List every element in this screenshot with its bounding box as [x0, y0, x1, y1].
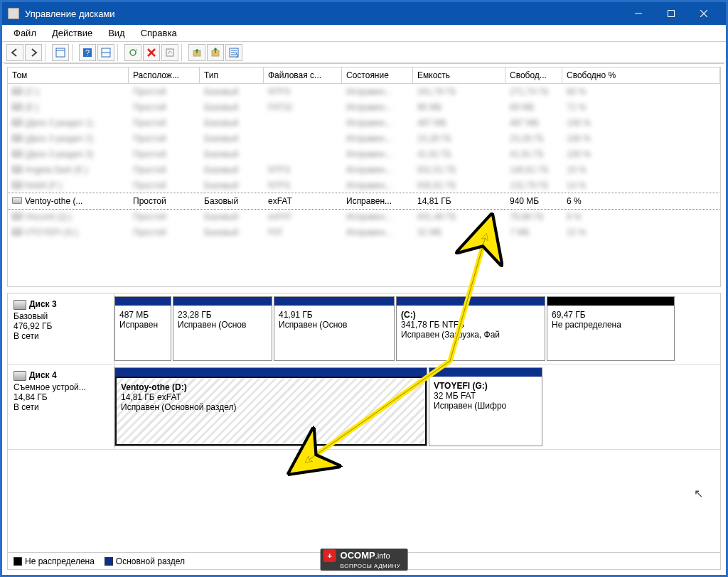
- menu-action[interactable]: Действие: [45, 26, 100, 41]
- col-type[interactable]: Тип: [200, 68, 264, 83]
- volume-icon: [12, 150, 22, 157]
- volume-icon: [12, 103, 22, 110]
- volume-icon: [12, 166, 22, 173]
- volume-row[interactable]: Angela Dark (K:)ПростойБазовыйNTFSИсправ…: [8, 162, 720, 178]
- volume-icon: [12, 212, 22, 220]
- volume-icon: [12, 228, 22, 235]
- toolbar: ?: [2, 42, 726, 63]
- disk-row-4[interactable]: Диск 4 Съемное устрой... 14,84 ГБ В сети…: [8, 365, 720, 450]
- volume-row[interactable]: (Диск 3 раздел 2)ПростойБазовыйИсправен.…: [8, 131, 720, 146]
- properties-button[interactable]: [161, 44, 178, 61]
- legend-swatch-primary: [105, 557, 113, 566]
- col-volume[interactable]: Том: [8, 68, 129, 83]
- volume-icon: [12, 134, 22, 141]
- volume-row[interactable]: (Диск 3 раздел 3)ПростойБазовыйИсправен.…: [8, 146, 720, 162]
- settings-button[interactable]: [97, 44, 114, 61]
- close-button[interactable]: [687, 2, 720, 25]
- col-capacity[interactable]: Емкость: [413, 68, 505, 83]
- col-freepct[interactable]: Свободно %: [562, 68, 720, 83]
- volume-icon: [12, 181, 22, 188]
- legend-primary: Основной раздел: [116, 556, 185, 566]
- svg-rect-1: [668, 11, 675, 17]
- legend-unallocated: Не распределена: [25, 556, 95, 566]
- watermark: + OCOMP.info ВОПРОСЫ АДМИНУ: [321, 549, 408, 571]
- volume-row[interactable]: VTOYEFI (G:)ПростойБазовыйFATИсправен...…: [8, 225, 720, 240]
- refresh-button[interactable]: [124, 44, 141, 61]
- disk-row-3[interactable]: Диск 3 Базовый 476,92 ГБ В сети 487 МБИс…: [8, 293, 720, 365]
- volume-row[interactable]: (C:)ПростойБазовыйNTFSИсправен...341,78 …: [8, 84, 720, 99]
- col-free[interactable]: Свобод...: [505, 68, 562, 83]
- nav-back-button[interactable]: [6, 44, 23, 61]
- help-button[interactable]: ?: [79, 44, 96, 61]
- nav-forward-button[interactable]: [25, 44, 42, 61]
- volume-row[interactable]: Ventoy-othe (...ПростойБазовыйexFATИспра…: [8, 193, 720, 209]
- svg-rect-4: [56, 48, 65, 57]
- partition[interactable]: (C:)341,78 ГБ NTFSИсправен (Загрузка, Фа…: [396, 296, 545, 361]
- partition[interactable]: Ventoy-othe (D:)14,81 ГБ exFATИсправен (…: [114, 367, 427, 446]
- action-2-button[interactable]: [207, 44, 224, 61]
- disk-graphical-pane: Диск 3 Базовый 476,92 ГБ В сети 487 МБИс…: [7, 293, 721, 570]
- partition[interactable]: VTOYEFI (G:)32 МБ FATИсправен (Шифро: [429, 367, 542, 446]
- volume-row[interactable]: (Диск 3 раздел 1)ПростойБазовыйИсправен.…: [8, 115, 720, 131]
- volume-row[interactable]: Visconti (Q:)ПростойБазовыйexFATИсправен…: [8, 209, 720, 225]
- volume-icon: [12, 197, 22, 204]
- col-layout[interactable]: Располож...: [129, 68, 200, 83]
- volume-icon: [12, 119, 22, 126]
- disk-info-3: Диск 3 Базовый 476,92 ГБ В сети: [8, 293, 114, 364]
- titlebar: Управление дисками: [2, 2, 726, 25]
- volume-row[interactable]: Nobili (F:)ПростойБазовыйNTFSИсправен...…: [8, 178, 720, 193]
- action-1-button[interactable]: [188, 44, 205, 61]
- list-button[interactable]: [225, 44, 242, 61]
- disk-info-4: Диск 4 Съемное устрой... 14,84 ГБ В сети: [8, 365, 114, 449]
- delete-button[interactable]: [143, 44, 160, 61]
- minimize-button[interactable]: [622, 2, 655, 25]
- menu-file[interactable]: Файл: [6, 26, 43, 41]
- cursor-icon: ↖: [694, 487, 703, 500]
- watermark-plus-icon: +: [323, 549, 336, 562]
- legend-swatch-unallocated: [14, 557, 22, 566]
- volume-row[interactable]: (E:)ПростойБазовыйFAT32Исправен...96 МБ6…: [8, 99, 720, 115]
- show-hide-tree-button[interactable]: [52, 44, 69, 61]
- volume-list-pane: Том Располож... Тип Файловая с... Состоя…: [7, 67, 721, 287]
- maximize-button[interactable]: [655, 2, 687, 25]
- volume-list-header: Том Располож... Тип Файловая с... Состоя…: [8, 68, 720, 84]
- disk-icon: [14, 371, 26, 381]
- partition[interactable]: 69,47 ГБНе распределена: [547, 296, 675, 361]
- svg-rect-13: [166, 49, 173, 56]
- menubar: Файл Действие Вид Справка: [2, 25, 726, 42]
- svg-text:?: ?: [85, 48, 90, 57]
- col-fs[interactable]: Файловая с...: [264, 68, 342, 83]
- partition[interactable]: 23,28 ГБИсправен (Основ: [173, 296, 272, 361]
- partition[interactable]: 41,91 ГБИсправен (Основ: [274, 296, 395, 361]
- partition[interactable]: 487 МБИсправен: [114, 296, 171, 361]
- window-title: Управление дисками: [25, 9, 622, 19]
- col-status[interactable]: Состояние: [342, 68, 413, 83]
- menu-help[interactable]: Справка: [134, 26, 184, 41]
- menu-view[interactable]: Вид: [101, 26, 132, 41]
- disk-icon: [14, 300, 26, 310]
- volume-icon: [12, 87, 22, 95]
- svg-point-10: [130, 50, 136, 55]
- app-icon: [8, 8, 19, 19]
